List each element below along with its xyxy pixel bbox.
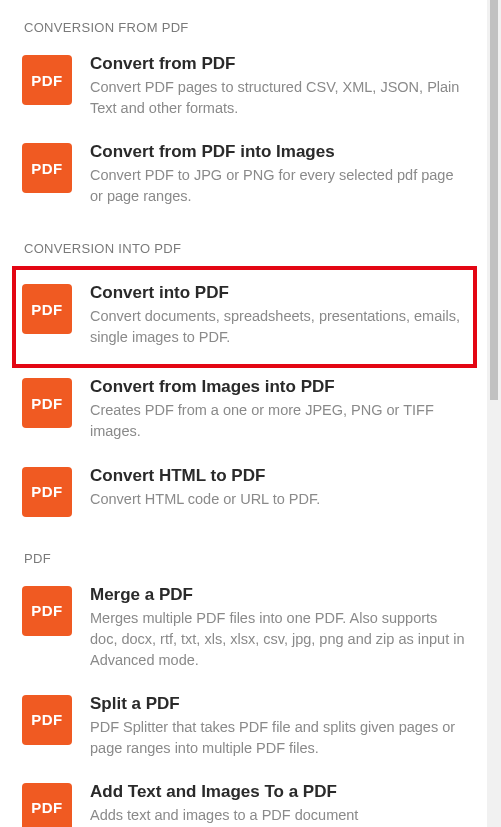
list-item-title: Split a PDF	[90, 693, 465, 715]
list-item-title: Convert from Images into PDF	[90, 376, 465, 398]
pdf-icon: PDF	[22, 378, 72, 428]
list-item-desc: Convert HTML code or URL to PDF.	[90, 489, 465, 510]
pdf-icon: PDF	[22, 467, 72, 517]
list-item-text: Convert into PDF Convert documents, spre…	[90, 282, 461, 348]
list-item-desc: Merges multiple PDF files into one PDF. …	[90, 608, 465, 671]
list-item[interactable]: PDF Convert from Images into PDF Creates…	[20, 368, 485, 456]
list-item-desc: Adds text and images to a PDF document	[90, 805, 465, 826]
list-item-text: Merge a PDF Merges multiple PDF files in…	[90, 584, 465, 671]
pdf-icon: PDF	[22, 586, 72, 636]
pdf-icon: PDF	[22, 55, 72, 105]
list-item-desc: PDF Splitter that takes PDF file and spl…	[90, 717, 465, 759]
list-item[interactable]: PDF Split a PDF PDF Splitter that takes …	[20, 685, 485, 773]
list-item-text: Convert from PDF into Images Convert PDF…	[90, 141, 465, 207]
list-item[interactable]: PDF Convert from PDF into Images Convert…	[20, 133, 485, 221]
list-item[interactable]: PDF Add Text and Images To a PDF Adds te…	[20, 773, 485, 827]
list-item-desc: Convert documents, spreadsheets, present…	[90, 306, 461, 348]
list-item-title: Convert into PDF	[90, 282, 461, 304]
list-item-desc: Convert PDF to JPG or PNG for every sele…	[90, 165, 465, 207]
section-header: CONVERSION INTO PDF	[20, 221, 485, 266]
list-item-text: Convert HTML to PDF Convert HTML code or…	[90, 465, 465, 510]
list-item-title: Convert HTML to PDF	[90, 465, 465, 487]
section-header: CONVERSION FROM PDF	[20, 0, 485, 45]
list-item-title: Convert from PDF into Images	[90, 141, 465, 163]
list-item-title: Merge a PDF	[90, 584, 465, 606]
list-item-text: Split a PDF PDF Splitter that takes PDF …	[90, 693, 465, 759]
list-item-highlighted[interactable]: PDF Convert into PDF Convert documents, …	[12, 266, 477, 368]
list-item[interactable]: PDF Convert HTML to PDF Convert HTML cod…	[20, 457, 485, 531]
scrollbar-thumb[interactable]	[490, 0, 498, 400]
list-item-title: Add Text and Images To a PDF	[90, 781, 465, 803]
list-item-title: Convert from PDF	[90, 53, 465, 75]
list-item-desc: Convert PDF pages to structured CSV, XML…	[90, 77, 465, 119]
pdf-icon: PDF	[22, 284, 72, 334]
pdf-icon: PDF	[22, 143, 72, 193]
list-item-text: Convert from Images into PDF Creates PDF…	[90, 376, 465, 442]
section-header: PDF	[20, 531, 485, 576]
pdf-icon: PDF	[22, 695, 72, 745]
list-item[interactable]: PDF Convert from PDF Convert PDF pages t…	[20, 45, 485, 133]
pdf-icon: PDF	[22, 783, 72, 827]
list-item-desc: Creates PDF from a one or more JPEG, PNG…	[90, 400, 465, 442]
action-list-panel: CONVERSION FROM PDF PDF Convert from PDF…	[0, 0, 485, 827]
scrollbar-track[interactable]	[487, 0, 501, 827]
list-item-text: Add Text and Images To a PDF Adds text a…	[90, 781, 465, 826]
list-item[interactable]: PDF Merge a PDF Merges multiple PDF file…	[20, 576, 485, 685]
list-item-text: Convert from PDF Convert PDF pages to st…	[90, 53, 465, 119]
